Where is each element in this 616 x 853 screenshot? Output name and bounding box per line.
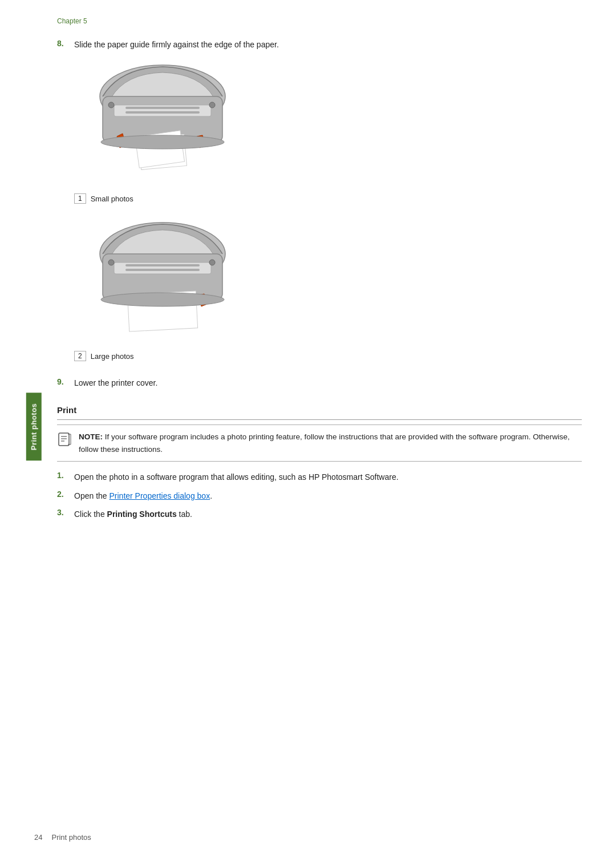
list-item-2: 2. Open the Printer Properties dialog bo…	[57, 490, 582, 502]
printer-image-1	[74, 62, 245, 188]
list-item-2-text: Open the Printer Properties dialog box.	[74, 490, 212, 502]
printing-shortcuts-label: Printing Shortcuts	[107, 510, 177, 519]
print-section-title: Print	[57, 405, 582, 415]
svg-point-16	[209, 260, 215, 265]
list-item-1-number: 1.	[57, 471, 74, 480]
step-8: 8. Slide the paper guide firmly against …	[57, 39, 582, 51]
svg-point-9	[101, 135, 224, 149]
step-8-number: 8.	[57, 39, 74, 51]
page-footer: 24 Print photos	[34, 833, 582, 842]
note-body: If your software program includes a phot…	[79, 432, 570, 454]
note-box: NOTE: If your software program includes …	[57, 425, 582, 462]
footer-section-label: Print photos	[51, 833, 91, 842]
printer-image-2	[74, 220, 245, 345]
step-9: 9. Lower the printer cover.	[57, 377, 582, 389]
list-item-1: 1. Open the photo in a software program …	[57, 471, 582, 483]
svg-point-8	[108, 102, 114, 108]
list-item-3-text: Click the Printing Shortcuts tab.	[74, 508, 192, 520]
figure-1	[74, 62, 582, 188]
svg-point-18	[101, 293, 224, 306]
printer-properties-link[interactable]: Printer Properties dialog box	[110, 491, 210, 500]
list-item-2-number: 2.	[57, 490, 74, 499]
svg-point-7	[209, 102, 215, 108]
caption-1: 1 Small photos	[74, 193, 582, 204]
note-label: NOTE:	[79, 432, 103, 441]
list-item-3: 3. Click the Printing Shortcuts tab.	[57, 508, 582, 520]
caption-2-number: 2	[74, 351, 86, 361]
section-divider	[57, 419, 582, 420]
figure-2	[74, 220, 582, 345]
sidebar-tab: Print photos	[26, 393, 42, 460]
chapter-label: Chapter 5	[57, 17, 582, 25]
list-item-1-text: Open the photo in a software program tha…	[74, 471, 399, 483]
svg-rect-3	[125, 107, 200, 109]
list-item-3-number: 3.	[57, 508, 74, 517]
note-text: NOTE: If your software program includes …	[79, 431, 582, 455]
step-9-number: 9.	[57, 377, 74, 389]
caption-1-number: 1	[74, 193, 86, 204]
caption-1-text: Small photos	[91, 195, 133, 203]
caption-2-text: Large photos	[91, 352, 134, 361]
svg-rect-4	[125, 111, 200, 114]
svg-rect-19	[59, 433, 69, 446]
svg-point-17	[108, 260, 114, 265]
footer-page-number: 24	[34, 833, 42, 842]
note-icon	[57, 432, 73, 450]
step-9-text: Lower the printer cover.	[74, 377, 157, 389]
svg-rect-13	[125, 264, 200, 266]
caption-2: 2 Large photos	[74, 351, 582, 361]
svg-rect-14	[125, 269, 200, 271]
step-8-text: Slide the paper guide firmly against the…	[74, 39, 279, 51]
